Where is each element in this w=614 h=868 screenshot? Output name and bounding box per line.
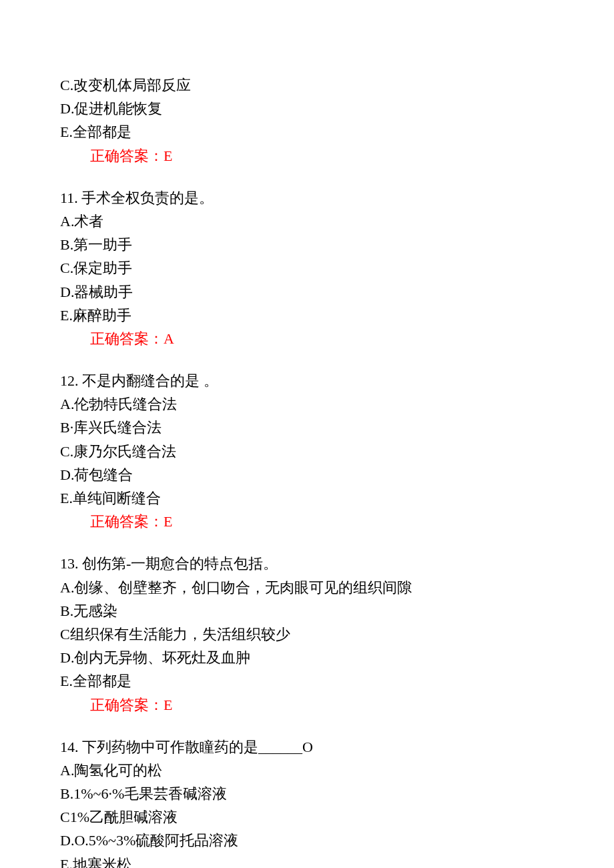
q12-stem: 12. 不是内翻缝合的是 。 [60, 369, 554, 392]
q11-option-c: C.保定助手 [60, 256, 554, 280]
q14-option-c: C1%乙酰胆碱溶液 [60, 805, 554, 829]
q11-option-a: A.术者 [60, 209, 554, 233]
q12-answer: 正确答案：E [60, 510, 554, 533]
q11-option-e: E.麻醉助手 [60, 304, 554, 327]
q12-option-b: B·库兴氏缝合法 [60, 416, 554, 439]
q13-stem: 13. 创伤第-一期愈合的特点包括。 [60, 552, 554, 575]
spacer [60, 533, 554, 552]
q13-option-b: B.无感染 [60, 599, 554, 622]
q10-option-d: D.促进机能恢复 [60, 97, 554, 120]
q14-stem: 14. 下列药物中可作散瞳药的是______O [60, 735, 554, 759]
q11-option-b: B.第一助手 [60, 233, 554, 256]
q14-option-e: E.地塞米松 [60, 853, 554, 868]
q11-answer: 正确答案：A [60, 327, 554, 350]
q13-option-d: D.创内无异物、坏死灶及血肿 [60, 646, 554, 669]
document-page: C.改变机体局部反应 D.促进机能恢复 E.全部都是 正确答案：E 11. 手术… [0, 0, 614, 868]
q13-answer: 正确答案：E [60, 693, 554, 717]
q11-option-d: D.器械助手 [60, 280, 554, 304]
q10-option-c: C.改变机体局部反应 [60, 73, 554, 97]
spacer [60, 717, 554, 735]
spacer [60, 167, 554, 186]
q13-option-c: C组织保有生活能力，失活组织较少 [60, 622, 554, 646]
q12-option-d: D.荷包缝合 [60, 463, 554, 486]
q14-option-d: D.O.5%~3%硫酸阿托品溶液 [60, 829, 554, 852]
q12-option-c: C.康乃尔氏缝合法 [60, 440, 554, 463]
q13-option-e: E.全部都是 [60, 669, 554, 693]
q14-option-a: A.陶氢化可的松 [60, 759, 554, 782]
spacer [60, 350, 554, 369]
q14-option-b: B.1%~6·%毛果芸香碱溶液 [60, 782, 554, 805]
q12-option-e: E.单纯间断缝合 [60, 486, 554, 510]
q10-option-e: E.全部都是 [60, 120, 554, 143]
q11-stem: 11. 手术全权负责的是。 [60, 186, 554, 209]
q13-option-a: A.创缘、创壁整齐，创口吻合，无肉眼可见的组织间隙 [60, 576, 554, 599]
q10-answer: 正确答案：E [60, 144, 554, 167]
q12-option-a: A.伦勃特氏缝合法 [60, 392, 554, 416]
